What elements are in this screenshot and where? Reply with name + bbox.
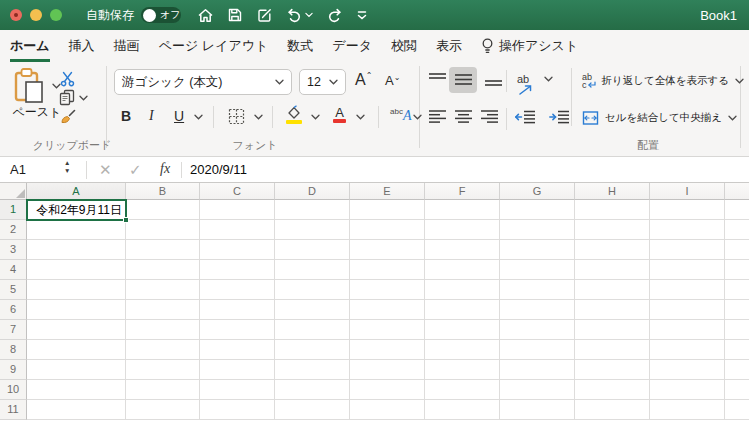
customize-toolbar-button[interactable] <box>356 10 368 20</box>
cell-H5[interactable] <box>575 280 650 300</box>
chevron-down-icon[interactable] <box>275 79 284 85</box>
cell-E1[interactable] <box>350 200 425 220</box>
cell-I3[interactable] <box>650 240 725 260</box>
decrease-indent-button[interactable] <box>515 110 536 124</box>
cell-D11[interactable] <box>275 400 350 420</box>
stepper-down-icon[interactable]: ▼ <box>64 168 70 173</box>
cell-E11[interactable] <box>350 400 425 420</box>
formula-input[interactable]: 2020/9/11 <box>190 162 247 177</box>
cell-A7[interactable] <box>27 320 126 340</box>
cell-F3[interactable] <box>425 240 500 260</box>
grow-font-button[interactable]: A⌃ <box>355 71 372 89</box>
clear-formatting-button[interactable]: abcA <box>390 106 411 124</box>
chevron-down-icon[interactable] <box>544 76 553 82</box>
cell-A5[interactable] <box>27 280 126 300</box>
cell-F9[interactable] <box>425 360 500 380</box>
tab-insert[interactable]: 挿入 <box>69 30 95 62</box>
chevron-down-icon[interactable] <box>356 114 365 120</box>
row-header-5[interactable]: 5 <box>0 280 27 300</box>
cell-F2[interactable] <box>425 220 500 240</box>
column-header-H[interactable]: H <box>575 183 650 200</box>
cell-G1[interactable] <box>500 200 575 220</box>
cell-I10[interactable] <box>650 380 725 400</box>
cell-D3[interactable] <box>275 240 350 260</box>
cell-B5[interactable] <box>126 280 200 300</box>
cell-H1[interactable] <box>575 200 650 220</box>
cell-D2[interactable] <box>275 220 350 240</box>
cell-A3[interactable] <box>27 240 126 260</box>
cell-B2[interactable] <box>126 220 200 240</box>
cell-B8[interactable] <box>126 340 200 360</box>
column-header-E[interactable]: E <box>350 183 425 200</box>
row-header-1[interactable]: 1 <box>0 200 27 220</box>
cell-I7[interactable] <box>650 320 725 340</box>
row-header-10[interactable]: 10 <box>0 380 27 400</box>
row-header-11[interactable]: 11 <box>0 400 27 420</box>
cell-J9[interactable] <box>725 360 749 380</box>
cell-E2[interactable] <box>350 220 425 240</box>
align-left-button[interactable] <box>428 109 447 124</box>
cell-J8[interactable] <box>725 340 749 360</box>
tab-draw[interactable]: 描画 <box>114 30 140 62</box>
cell-H11[interactable] <box>575 400 650 420</box>
cell-E9[interactable] <box>350 360 425 380</box>
font-color-button[interactable]: A <box>333 106 346 123</box>
column-header-A[interactable]: A <box>27 183 126 200</box>
cell-J5[interactable] <box>725 280 749 300</box>
column-header-B[interactable]: B <box>126 183 200 200</box>
cell-I11[interactable] <box>650 400 725 420</box>
cut-button[interactable] <box>60 71 75 87</box>
stepper-up-icon[interactable]: ▲ <box>64 160 70 165</box>
cell-C3[interactable] <box>200 240 275 260</box>
cancel-entry-button[interactable]: ✕ <box>99 161 112 179</box>
cell-A6[interactable] <box>27 300 126 320</box>
fill-color-button[interactable] <box>286 105 303 124</box>
tab-formulas[interactable]: 数式 <box>287 30 313 62</box>
chevron-down-icon[interactable] <box>413 114 422 120</box>
cell-A11[interactable] <box>27 400 126 420</box>
cell-G7[interactable] <box>500 320 575 340</box>
tab-review[interactable]: 校閲 <box>391 30 417 62</box>
cell-G9[interactable] <box>500 360 575 380</box>
column-header-F[interactable]: F <box>425 183 500 200</box>
cell-A10[interactable] <box>27 380 126 400</box>
cell-I1[interactable] <box>650 200 725 220</box>
row-header-7[interactable]: 7 <box>0 320 27 340</box>
row-header-6[interactable]: 6 <box>0 300 27 320</box>
fill-handle[interactable] <box>123 217 129 223</box>
cell-E8[interactable] <box>350 340 425 360</box>
row-header-3[interactable]: 3 <box>0 240 27 260</box>
row-header-4[interactable]: 4 <box>0 260 27 280</box>
shrink-font-button[interactable]: A⌄ <box>385 73 400 88</box>
cell-B3[interactable] <box>126 240 200 260</box>
cell-F10[interactable] <box>425 380 500 400</box>
autosave-toggle[interactable]: オフ <box>141 7 181 23</box>
cell-F6[interactable] <box>425 300 500 320</box>
cell-I9[interactable] <box>650 360 725 380</box>
cell-B1[interactable] <box>126 200 200 220</box>
cell-C5[interactable] <box>200 280 275 300</box>
cell-D10[interactable] <box>275 380 350 400</box>
cell-G4[interactable] <box>500 260 575 280</box>
format-painter-button[interactable] <box>59 108 77 125</box>
cell-H8[interactable] <box>575 340 650 360</box>
cell-G10[interactable] <box>500 380 575 400</box>
column-header-D[interactable]: D <box>275 183 350 200</box>
orientation-button[interactable]: ab <box>517 69 533 95</box>
select-all-corner[interactable] <box>0 183 27 200</box>
cell-G3[interactable] <box>500 240 575 260</box>
cell-J2[interactable] <box>725 220 749 240</box>
column-header-J[interactable]: J <box>725 183 749 200</box>
cell-F8[interactable] <box>425 340 500 360</box>
name-box-stepper[interactable]: ▲▼ <box>64 160 70 173</box>
cell-F7[interactable] <box>425 320 500 340</box>
cell-I2[interactable] <box>650 220 725 240</box>
cell-I5[interactable] <box>650 280 725 300</box>
cell-E10[interactable] <box>350 380 425 400</box>
undo-button[interactable] <box>286 7 313 24</box>
cell-A9[interactable] <box>27 360 126 380</box>
home-button[interactable] <box>197 7 214 24</box>
cell-J4[interactable] <box>725 260 749 280</box>
cell-H7[interactable] <box>575 320 650 340</box>
close-window-button[interactable] <box>10 9 22 21</box>
